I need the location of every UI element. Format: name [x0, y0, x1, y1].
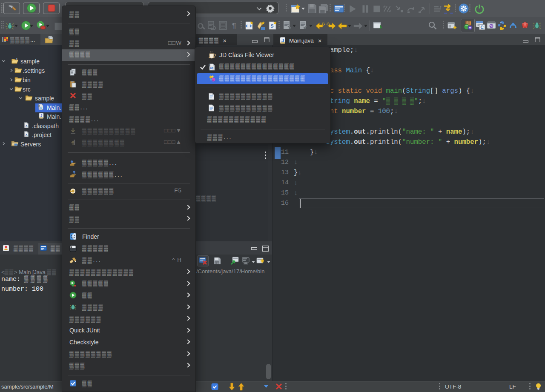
svg-text:J: J — [40, 113, 43, 117]
svg-text:J: J — [16, 58, 17, 60]
svg-text:S: S — [270, 23, 273, 29]
svg-text:01: 01 — [210, 67, 213, 70]
svg-text:X: X — [26, 124, 28, 127]
svg-text:J: J — [281, 38, 284, 43]
svg-text:01: 01 — [39, 107, 42, 109]
svg-text:X: X — [26, 133, 28, 136]
svg-text:C: C — [480, 25, 484, 30]
